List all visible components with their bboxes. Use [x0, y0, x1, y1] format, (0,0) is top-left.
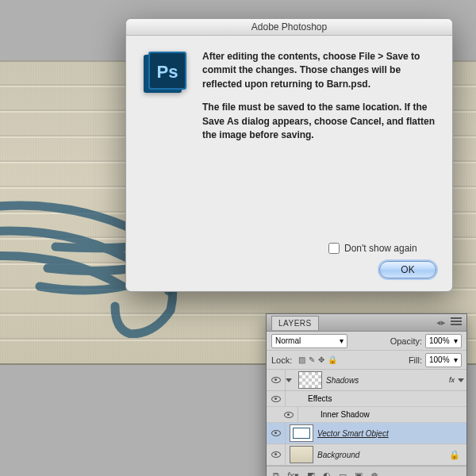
layer-shadows[interactable]: Shadows fx	[267, 370, 466, 391]
layer-name: Shadows	[326, 376, 449, 385]
panel-menu-icon[interactable]	[451, 317, 462, 325]
adjustment-icon[interactable]: ◐	[323, 470, 331, 476]
blend-mode-select[interactable]: Normal▾	[271, 334, 347, 348]
eye-icon	[284, 412, 294, 418]
visibility-toggle[interactable]	[267, 391, 286, 406]
link-layers-icon[interactable]: ⧉	[273, 470, 279, 476]
lock-paint-icon: ✎	[309, 355, 315, 364]
effects-label: Effects	[308, 394, 332, 403]
alert-dialog: Adobe Photoshop Ps After editing the con…	[125, 18, 453, 292]
fx-menu-icon[interactable]: fx▾	[287, 470, 299, 476]
fx-disclosure-icon[interactable]	[458, 378, 464, 382]
blend-row: Normal▾ Opacity: 100%▾	[267, 332, 466, 351]
svg-text:Ps: Ps	[157, 62, 178, 82]
visibility-toggle[interactable]	[267, 370, 286, 390]
photoshop-icon: Ps	[142, 52, 188, 98]
layer-name: Vector Smart Object	[317, 429, 466, 438]
visibility-toggle[interactable]	[267, 423, 286, 443]
dialog-paragraph-1: After editing the contents, choose File …	[202, 50, 436, 91]
effects-row[interactable]: Effects	[267, 391, 466, 407]
trash-icon[interactable]: 🗑	[370, 471, 379, 477]
eye-icon	[271, 430, 281, 436]
lock-all-icon: 🔒	[328, 355, 337, 364]
lock-label: Lock:	[271, 355, 292, 365]
layer-name: Background	[317, 451, 449, 459]
mask-icon[interactable]: ◩	[307, 470, 315, 476]
eye-icon	[271, 396, 281, 402]
lock-icons[interactable]: ▨ ✎ ✥ 🔒	[298, 355, 337, 364]
lock-position-icon: ✥	[318, 355, 324, 364]
layer-background[interactable]: Background 🔒	[267, 444, 466, 466]
opacity-label: Opacity:	[390, 336, 422, 346]
layers-tab[interactable]: LAYERS	[271, 316, 319, 330]
visibility-toggle[interactable]	[279, 407, 298, 422]
fx-badge[interactable]: fx	[449, 376, 455, 384]
effect-inner-shadow[interactable]: Inner Shadow	[267, 407, 466, 423]
lock-row: Lock: ▨ ✎ ✥ 🔒 Fill: 100%▾	[267, 351, 466, 370]
lock-icon: 🔒	[449, 450, 460, 460]
visibility-toggle[interactable]	[267, 444, 286, 465]
dont-show-checkbox[interactable]	[328, 243, 340, 254]
group-icon[interactable]: ▭	[339, 470, 347, 476]
eye-icon	[271, 377, 281, 383]
layer-thumbnail[interactable]	[290, 446, 313, 463]
panel-footer: ⧉ fx▾ ◩ ◐ ▭ ▣ 🗑	[267, 466, 466, 476]
layer-thumbnail[interactable]	[290, 424, 313, 442]
panel-header[interactable]: LAYERS ◂▸	[267, 314, 466, 332]
eye-icon	[271, 451, 281, 458]
fill-label: Fill:	[409, 355, 422, 365]
collapse-icon[interactable]: ◂▸	[436, 317, 446, 328]
dialog-title: Adobe Photoshop	[126, 19, 452, 36]
layer-thumbnail[interactable]	[298, 371, 322, 389]
lock-transparency-icon: ▨	[298, 355, 305, 364]
dont-show-again[interactable]: Don't show again	[328, 243, 417, 254]
ok-button[interactable]: OK	[379, 261, 436, 278]
layer-list: Shadows fx Effects Inner Shadow Vector S…	[267, 370, 466, 466]
layer-smart-object[interactable]: Vector Smart Object	[267, 423, 466, 444]
dialog-message: After editing the contents, choose File …	[202, 50, 436, 152]
opacity-input[interactable]: 100%▾	[425, 334, 462, 348]
fill-input[interactable]: 100%▾	[425, 353, 462, 367]
dont-show-label: Don't show again	[344, 243, 417, 254]
dialog-paragraph-2: The file must be saved to the same locat…	[202, 101, 436, 142]
layers-panel: LAYERS ◂▸ Normal▾ Opacity: 100%▾ Lock: ▨…	[266, 313, 467, 476]
effect-label: Inner Shadow	[321, 410, 370, 419]
new-layer-icon[interactable]: ▣	[355, 470, 363, 476]
disclosure-icon[interactable]	[286, 378, 292, 382]
